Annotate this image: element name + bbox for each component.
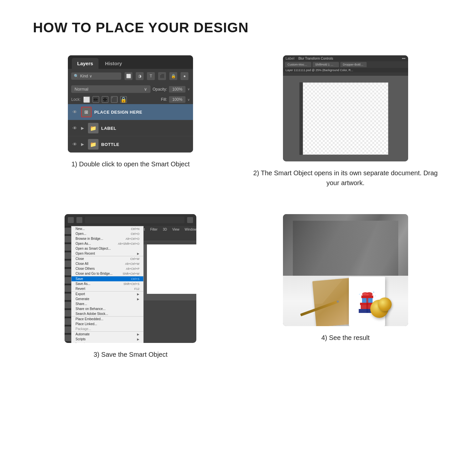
toolbar-icon-1 [68, 217, 74, 223]
menu-window[interactable]: Window [182, 227, 196, 232]
filter-text-icon[interactable]: T [147, 72, 155, 80]
page-container: HOW TO PLACE YOUR DESIGN Layers History … [0, 0, 476, 379]
step2-caption-text: 2) The Smart Object opens in its own sep… [253, 169, 438, 186]
ps-info-text: Layer 1111111.psd @ 25% (Background Colo… [286, 69, 353, 72]
layers-search-row: 🔍 Kind ∨ ⬜ ◑ T ⬛ 🔒 ● [68, 69, 193, 83]
filter-pixel-icon[interactable]: ⬜ [125, 72, 132, 80]
tool-eraser[interactable] [65, 277, 71, 284]
svg-text:✦: ✦ [373, 291, 375, 294]
tool-dodge[interactable] [65, 294, 71, 300]
layer-row-smart[interactable]: 👁 ⊞ PLACE DESIGN HERE [68, 104, 193, 120]
tool-direct[interactable] [65, 236, 71, 242]
ps-tab-custom[interactable]: Custom-Mockup-Square-.psd [285, 62, 311, 67]
menu-item-behance[interactable]: Share on Behance... [71, 306, 143, 311]
menu-item-closeothers[interactable]: Close Others Alt+Ctrl+P [71, 266, 143, 271]
menu-item-save[interactable]: Save Ctrl+S [71, 276, 143, 281]
layer-row-label[interactable]: 👁 ▶ 📁 LABEL [68, 120, 193, 136]
toolbar-icon-3 [187, 217, 193, 223]
step4-cell: ✦ ✦ ✦ [248, 214, 443, 359]
step3-cell: File Edit Image Layer Type Select Filter… [33, 214, 228, 359]
lock-move-icon[interactable]: ✛ [102, 96, 108, 103]
blend-dropdown-arrow: ∨ [144, 87, 147, 92]
menu-item-new[interactable]: New... Ctrl+N [71, 226, 143, 231]
menu-item-import[interactable]: Import ▶ [71, 342, 143, 343]
layer-row-bottle[interactable]: 👁 ▶ 📁 BOTTLE [68, 136, 193, 153]
menu-3d[interactable]: 3D [160, 227, 170, 232]
tool-gradient[interactable] [65, 285, 71, 292]
menu-item-automate[interactable]: Automate ▶ [71, 332, 143, 337]
layer-name-label: LABEL [101, 126, 190, 131]
step2-cell: Label Blur Transform Controls ••• Custom… [248, 55, 443, 188]
tool-brush[interactable] [65, 261, 71, 267]
menu-item-closeall[interactable]: Close All Alt+Ctrl+W [71, 261, 143, 266]
ps-canvas-area [283, 76, 408, 161]
menu-item-openas[interactable]: Open As... Alt+Shift+Ctrl+O [71, 241, 143, 246]
filter-smart-icon[interactable]: 🔒 [169, 72, 177, 80]
menu-item-smart[interactable]: Open as Smart Object... [71, 246, 143, 251]
blend-mode-value: Normal [74, 87, 88, 92]
tool-pen[interactable] [65, 302, 71, 308]
filter-toggle[interactable]: ● [181, 72, 188, 80]
menu-view[interactable]: View [170, 227, 182, 232]
ps-tab-shift[interactable]: ShiftHold 1 @ 54%... [313, 62, 339, 67]
menu-item-revert[interactable]: Revert F12 [71, 286, 143, 292]
tool-spot[interactable] [65, 252, 71, 259]
search-kind-label: Kind [80, 74, 88, 78]
menu-item-generate[interactable]: Generate ▶ [71, 296, 143, 301]
layer-expand-bottle[interactable]: ▶ [81, 142, 84, 147]
tool-crop[interactable] [65, 244, 71, 251]
tool-shape[interactable] [65, 318, 71, 325]
tab-layers[interactable]: Layers [72, 58, 98, 69]
step4-caption: 4) See the result [321, 333, 370, 343]
menu-item-export[interactable]: Export ▶ [71, 292, 143, 296]
search-box[interactable]: 🔍 Kind ∨ [71, 72, 121, 80]
menu-item-linked[interactable]: Place Linked... [71, 322, 143, 326]
menu-item-saveas[interactable]: Save As... Shift+Ctrl+S [71, 281, 143, 286]
tool-clone[interactable] [65, 269, 71, 275]
tool-text[interactable] [65, 310, 71, 317]
marble-background [283, 214, 408, 281]
menu-item-package[interactable]: Package... [71, 326, 143, 332]
search-icon: 🔍 [74, 74, 79, 78]
menu-item-stock[interactable]: Search Adobe Stock... [71, 311, 143, 317]
menu-item-bridge[interactable]: Browse in Bridge... Alt+Ctrl+O [71, 236, 143, 241]
lock-paint-icon[interactable]: ✏ [93, 96, 99, 103]
menu-item-embed[interactable]: Place Embedded... [71, 317, 143, 322]
smart-object-icon: ⊞ [84, 109, 88, 115]
menu-item-share[interactable]: Share... [71, 301, 143, 306]
step4-caption-text: 4) See the result [321, 334, 370, 341]
menu-item-close[interactable]: Close Ctrl+W [71, 256, 143, 261]
layer-filter-icons: ⬜ ◑ T ⬛ 🔒 ● [123, 71, 190, 81]
blend-mode-dropdown[interactable]: Normal ∨ [71, 85, 151, 93]
folder-icon-label: 📁 [90, 125, 97, 131]
tool-select[interactable] [65, 228, 71, 234]
layer-expand-label[interactable]: ▶ [81, 126, 84, 130]
ps-info-bar: Layer 1111111.psd @ 25% (Background Colo… [283, 68, 408, 72]
eye-icon-bottle[interactable]: 👁 [71, 141, 78, 148]
menu-item-open[interactable]: Open... Ctrl+O [71, 231, 143, 236]
eye-icon-label[interactable]: 👁 [71, 125, 78, 132]
ps-tab-dropper[interactable]: Dropper-Bottle-... [340, 62, 367, 67]
layers-panel: Layers History 🔍 Kind ∨ ⬜ ◑ T ⬛ [68, 55, 193, 153]
svg-rect-11 [366, 303, 368, 309]
menu-filter[interactable]: Filter [148, 227, 160, 232]
page-title: HOW TO PLACE YOUR DESIGN [33, 20, 443, 36]
result-image: ✦ ✦ ✦ [283, 214, 408, 326]
filter-shape-icon[interactable]: ⬛ [158, 72, 166, 80]
tool-zoom[interactable] [65, 335, 71, 341]
lock-pixel-icon[interactable]: ⬜ [83, 96, 90, 103]
menu-item-recent[interactable]: Open Recent ▶ [71, 251, 143, 256]
ps-ruler-left [299, 82, 303, 155]
menu-item-closebridge[interactable]: Close and Go to Bridge... Shift+Ctrl+W [71, 271, 143, 276]
tab-history[interactable]: History [100, 58, 127, 69]
filter-adj-icon[interactable]: ◑ [136, 72, 144, 80]
eye-icon-smart[interactable]: 👁 [71, 108, 78, 116]
step1-cell: Layers History 🔍 Kind ∨ ⬜ ◑ T ⬛ [33, 55, 228, 188]
opacity-value[interactable]: 100% [169, 86, 185, 93]
lock-all-icon[interactable]: 🔒 [120, 96, 127, 103]
tool-hand[interactable] [65, 326, 71, 333]
ps-top-toolbar [65, 214, 196, 226]
fill-value[interactable]: 100% [169, 96, 185, 103]
lock-artboard-icon[interactable]: ⬛ [111, 96, 118, 103]
menu-item-scripts[interactable]: Scripts ▶ [71, 337, 143, 342]
